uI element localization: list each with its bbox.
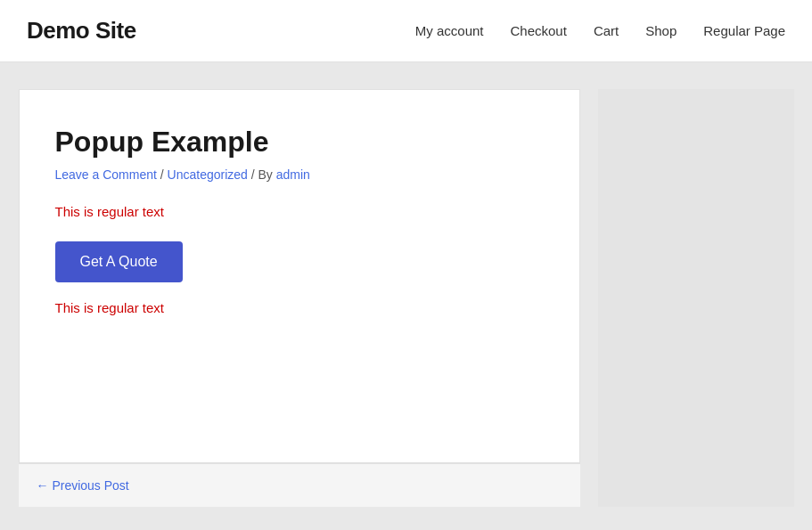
post-title: Popup Example — [55, 126, 544, 159]
category-link[interactable]: Uncategorized — [168, 167, 248, 182]
site-header: Demo Site My account Checkout Cart Shop … — [0, 0, 812, 62]
nav-item-regular-page: Regular Page — [703, 23, 785, 39]
leave-comment-link[interactable]: Leave a Comment — [55, 167, 157, 182]
nav-link-checkout[interactable]: Checkout — [511, 23, 567, 38]
nav-item-cart: Cart — [594, 23, 619, 39]
nav-item-checkout: Checkout — [511, 23, 567, 39]
content-area: Popup Example Leave a Comment / Uncatego… — [19, 89, 794, 507]
main-content-wrapper: Popup Example Leave a Comment / Uncatego… — [19, 89, 580, 507]
meta-separator-1: / — [157, 167, 168, 182]
get-quote-button[interactable]: Get A Quote — [55, 241, 183, 282]
author-link[interactable]: admin — [276, 167, 310, 182]
page-wrapper: Popup Example Leave a Comment / Uncatego… — [0, 62, 812, 530]
post-navigation: ← Previous Post — [19, 463, 580, 507]
regular-text-2: This is regular text — [55, 300, 544, 315]
regular-text-1: This is regular text — [55, 204, 544, 219]
nav-link-my-account[interactable]: My account — [415, 23, 484, 38]
site-title: Demo Site — [27, 17, 136, 45]
nav-menu: My account Checkout Cart Shop Regular Pa… — [415, 23, 785, 39]
sidebar — [598, 89, 794, 507]
nav-link-cart[interactable]: Cart — [594, 23, 619, 38]
meta-separator-2: / By — [248, 167, 276, 182]
nav-link-regular-page[interactable]: Regular Page — [703, 23, 785, 38]
main-content: Popup Example Leave a Comment / Uncatego… — [19, 89, 580, 463]
previous-post-link[interactable]: ← Previous Post — [37, 478, 129, 493]
nav-item-shop: Shop — [645, 23, 677, 39]
nav-link-shop[interactable]: Shop — [645, 23, 677, 38]
nav-item-my-account: My account — [415, 23, 484, 39]
post-meta: Leave a Comment / Uncategorized / By adm… — [55, 167, 544, 182]
main-nav: My account Checkout Cart Shop Regular Pa… — [415, 23, 785, 39]
